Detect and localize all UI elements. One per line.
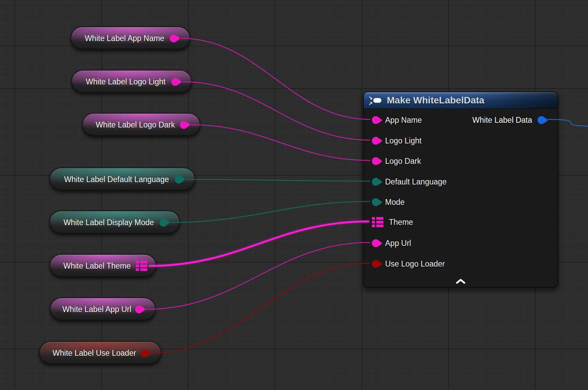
struct-pill-icon	[373, 98, 381, 103]
pin-icon[interactable]	[372, 157, 380, 165]
getter-node-label: White Label Theme	[50, 261, 136, 271]
pin-label: Logo Dark	[385, 157, 421, 166]
pin-label: Mode	[385, 198, 405, 207]
getter-node-label: White Label Logo Dark	[83, 120, 180, 130]
getter-node-label: White Label Display Mode	[50, 218, 160, 227]
pin-label: Default Language	[385, 177, 447, 187]
getter-node-white-label-logo-dark[interactable]: White Label Logo Dark	[82, 113, 201, 137]
blueprint-graph-canvas[interactable]: ↘ ↗ Make WhiteLabelData App NameLogo Lig…	[0, 0, 588, 390]
getter-node-white-label-default-language[interactable]: White Label Default Language	[49, 168, 195, 191]
pin-icon[interactable]	[372, 198, 380, 206]
pin-icon[interactable]	[372, 116, 380, 124]
pin-icon[interactable]	[160, 219, 167, 227]
pin-icon[interactable]	[372, 239, 380, 247]
pin-label: App Url	[385, 239, 411, 248]
getter-node-white-label-logo-light[interactable]: White Label Logo Light	[71, 70, 192, 94]
pin-label: Use Logo Loader	[385, 259, 445, 269]
make-node-header[interactable]: ↘ ↗ Make WhiteLabelData	[364, 92, 558, 109]
pin-icon[interactable]	[141, 349, 149, 357]
map-pin-icon[interactable]	[372, 216, 383, 228]
node-title: Make WhiteLabelData	[387, 95, 484, 106]
getter-node-white-label-display-mode[interactable]: White Label Display Mode	[49, 211, 180, 234]
input-pin-row-app-url: App Url	[372, 239, 411, 248]
pin-label: App Name	[385, 116, 422, 125]
getter-node-label: White Label App Url	[50, 305, 135, 314]
pin-label: Logo Light	[385, 136, 421, 145]
input-pin-row-logo-light: Logo Light	[372, 136, 421, 145]
input-pin-row-mode: Mode	[372, 198, 405, 207]
chevron-up-icon	[456, 279, 465, 284]
pin-icon[interactable]	[171, 78, 179, 86]
pin-icon[interactable]	[180, 121, 188, 129]
pin-icon[interactable]	[372, 260, 380, 268]
pin-icon[interactable]	[175, 176, 183, 183]
pin-icon[interactable]	[170, 35, 177, 42]
getter-node-label: White Label Use Loader	[40, 349, 141, 358]
pin-label: Theme	[389, 218, 413, 227]
pin-label: White Label Data	[472, 116, 532, 125]
pin-icon[interactable]	[538, 116, 545, 124]
getter-node-label: White Label App Name	[71, 34, 170, 43]
nodes-layer: ↘ ↗ Make WhiteLabelData App NameLogo Lig…	[0, 0, 588, 390]
getter-node-label: White Label Default Language	[50, 175, 175, 184]
pin-icon[interactable]	[372, 178, 380, 186]
input-pin-row-theme: Theme	[372, 216, 413, 228]
make-struct-icon: ↘ ↗	[369, 95, 383, 106]
arrow-icon: ↘	[369, 95, 373, 100]
collapse-node-button[interactable]	[455, 277, 466, 285]
input-pin-row-app-name: App Name	[372, 116, 422, 125]
input-pin-row-default-language: Default Language	[372, 177, 447, 187]
make-whitelabeldata-node[interactable]: ↘ ↗ Make WhiteLabelData App NameLogo Lig…	[363, 92, 558, 288]
pin-icon[interactable]	[372, 137, 380, 145]
getter-node-white-label-app-name[interactable]: White Label App Name	[70, 26, 190, 50]
output-pin-row-white-label-data: White Label Data	[472, 116, 545, 125]
map-pin-icon[interactable]	[136, 260, 147, 272]
getter-node-white-label-app-url[interactable]: White Label App Url	[50, 297, 156, 321]
input-pin-row-logo-dark: Logo Dark	[372, 157, 421, 166]
getter-node-label: White Label Logo Light	[72, 77, 171, 86]
getter-node-white-label-use-loader[interactable]: White Label Use Loader	[39, 341, 162, 365]
input-pin-row-use-logo-loader: Use Logo Loader	[372, 259, 445, 269]
getter-node-white-label-theme[interactable]: White Label Theme	[49, 254, 156, 278]
pin-icon[interactable]	[135, 306, 143, 313]
arrow-icon: ↗	[369, 101, 373, 106]
